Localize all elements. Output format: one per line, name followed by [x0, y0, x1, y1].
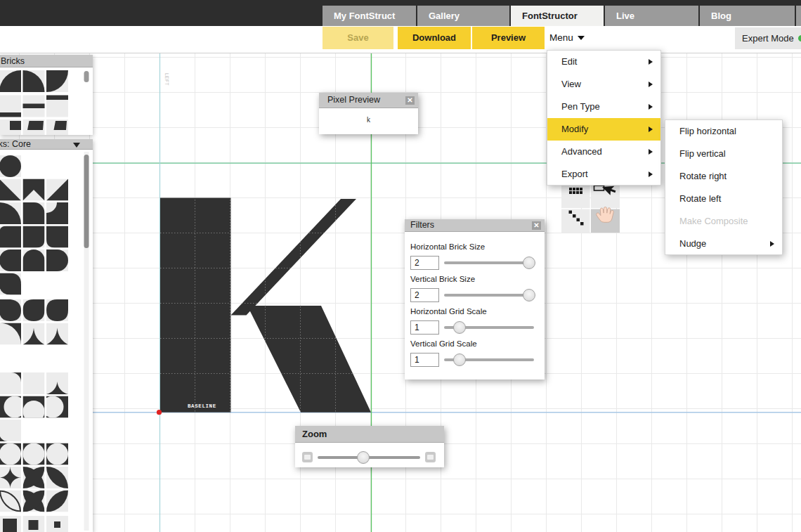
svg-text:LEFT: LEFT — [164, 73, 169, 86]
svg-text:BASELINE: BASELINE — [188, 403, 216, 409]
